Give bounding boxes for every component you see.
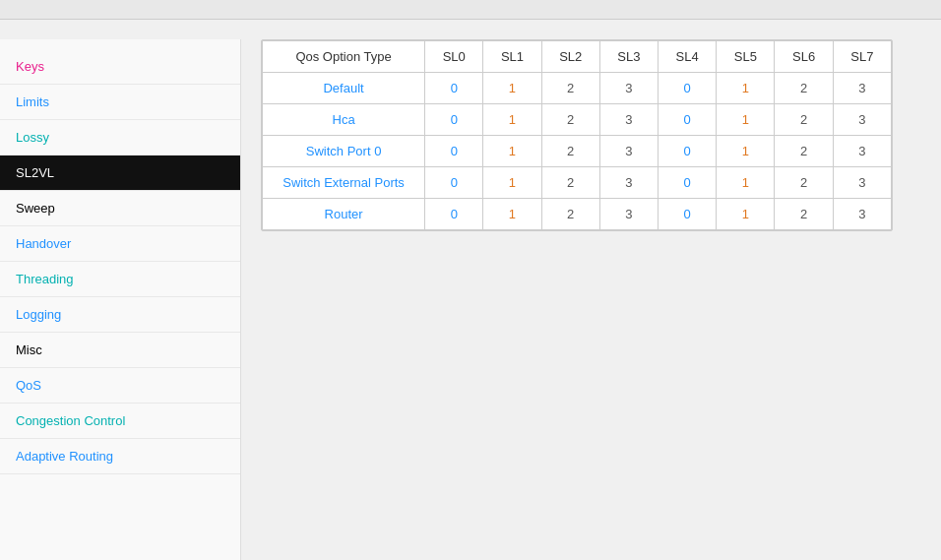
cell-0-2: 2 [541,73,599,104]
table-row: Router01230123 [263,199,892,230]
cell-1-4: 0 [659,104,717,136]
cell-0-3: 3 [599,73,658,104]
cell-0-6: 2 [775,73,833,104]
sl2vl-table: Qos Option Type SL0 SL1 SL2 SL3 SL4 SL5 … [261,39,893,231]
sidebar-item-logging[interactable]: Logging [0,297,240,333]
cell-3-3: 3 [599,167,658,199]
cell-1-7: 3 [833,104,891,136]
sidebar-item-threading[interactable]: Threading [0,262,240,297]
sidebar-item-sweep[interactable]: Sweep [0,191,240,226]
col-sl4: SL4 [659,41,717,73]
cell-2-7: 3 [833,136,891,167]
cell-3-7: 3 [833,167,891,199]
col-sl2: SL2 [541,41,599,73]
cell-1-2: 2 [541,104,599,136]
cell-4-7: 3 [833,199,891,230]
sidebar-item-limits[interactable]: Limits [0,85,240,120]
sidebar-item-keys[interactable]: Keys [0,49,240,85]
table-row: Switch Port 001230123 [263,136,892,167]
cell-3-0: 0 [425,167,483,199]
cell-4-5: 1 [717,199,775,230]
cell-4-2: 2 [541,199,599,230]
cell-4-1: 1 [483,199,541,230]
cell-1-1: 1 [483,104,541,136]
cell-3-5: 1 [717,167,775,199]
cell-1-3: 3 [599,104,658,136]
cell-1-5: 1 [717,104,775,136]
col-sl1: SL1 [483,41,541,73]
cell-0-0: 0 [425,73,483,104]
cell-0-7: 3 [833,73,891,104]
row-label-switch-port-0: Switch Port 0 [263,136,425,167]
qos-table: Qos Option Type SL0 SL1 SL2 SL3 SL4 SL5 … [262,40,892,230]
sidebar: KeysLimitsLossySL2VLSweepHandoverThreadi… [0,39,241,560]
cell-0-1: 1 [483,73,541,104]
cell-2-0: 0 [425,136,483,167]
sidebar-item-misc[interactable]: Misc [0,333,240,368]
cell-4-4: 0 [659,199,717,230]
cell-4-0: 0 [425,199,483,230]
main-content: Qos Option Type SL0 SL1 SL2 SL3 SL4 SL5 … [241,20,941,560]
cell-2-1: 1 [483,136,541,167]
cell-4-3: 3 [599,199,658,230]
cell-3-1: 1 [483,167,541,199]
row-label-default: Default [263,73,425,104]
cell-3-2: 2 [541,167,599,199]
table-header-row: Qos Option Type SL0 SL1 SL2 SL3 SL4 SL5 … [263,41,892,73]
cell-2-4: 0 [659,136,717,167]
sidebar-item-adaptive-routing[interactable]: Adaptive Routing [0,439,240,474]
col-sl7: SL7 [833,41,891,73]
sidebar-item-handover[interactable]: Handover [0,226,240,262]
sidebar-item-sl2vl[interactable]: SL2VL [0,156,240,191]
cell-0-4: 0 [659,73,717,104]
col-qos-option-type: Qos Option Type [263,41,425,73]
row-label-router: Router [263,199,425,230]
col-sl3: SL3 [599,41,658,73]
table-row: Switch External Ports01230123 [263,167,892,199]
cell-2-2: 2 [541,136,599,167]
cell-0-5: 1 [717,73,775,104]
cell-3-4: 0 [659,167,717,199]
cell-2-6: 2 [775,136,833,167]
col-sl6: SL6 [775,41,833,73]
table-row: Hca01230123 [263,104,892,136]
cell-1-0: 0 [425,104,483,136]
col-sl5: SL5 [717,41,775,73]
col-sl0: SL0 [425,41,483,73]
cell-3-6: 2 [775,167,833,199]
row-label-switch-external-ports: Switch External Ports [263,167,425,199]
table-row: Default01230123 [263,73,892,104]
cell-1-6: 2 [775,104,833,136]
cell-2-5: 1 [717,136,775,167]
sidebar-item-qos[interactable]: QoS [0,368,240,404]
sidebar-item-congestion-control[interactable]: Congestion Control [0,404,240,439]
cell-4-6: 2 [775,199,833,230]
row-label-hca: Hca [263,104,425,136]
sidebar-item-lossy[interactable]: Lossy [0,120,240,156]
cell-2-3: 3 [599,136,658,167]
